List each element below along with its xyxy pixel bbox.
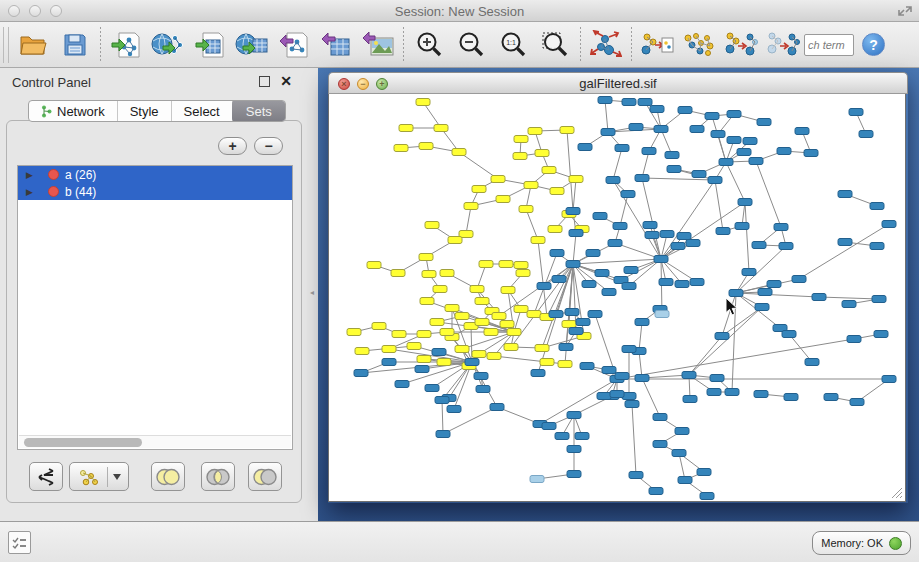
network-node[interactable] bbox=[758, 289, 772, 296]
network-node[interactable] bbox=[678, 107, 692, 114]
network-node[interactable] bbox=[540, 359, 554, 366]
network-node[interactable] bbox=[782, 331, 796, 338]
network-node[interactable] bbox=[677, 233, 691, 240]
tab-select[interactable]: Select bbox=[172, 101, 233, 121]
fullscreen-icon[interactable] bbox=[897, 4, 913, 18]
network-node[interactable] bbox=[757, 119, 771, 126]
network-node[interactable] bbox=[654, 256, 668, 263]
network-node[interactable] bbox=[755, 304, 769, 311]
network-node[interactable] bbox=[659, 279, 673, 286]
network-node[interactable] bbox=[621, 191, 635, 198]
difference-sets-button[interactable] bbox=[248, 462, 282, 491]
network-node[interactable] bbox=[559, 344, 573, 351]
network-node[interactable] bbox=[705, 113, 719, 120]
network-node[interactable] bbox=[440, 270, 454, 277]
network-node[interactable] bbox=[542, 423, 556, 430]
horizontal-scrollbar[interactable] bbox=[19, 435, 291, 448]
network-node[interactable] bbox=[606, 177, 620, 184]
network-node[interactable] bbox=[550, 250, 564, 257]
network-node[interactable] bbox=[667, 166, 681, 173]
network-node[interactable] bbox=[435, 397, 449, 404]
network-node[interactable] bbox=[622, 99, 636, 106]
network-node[interactable] bbox=[586, 250, 600, 257]
network-node[interactable] bbox=[638, 99, 652, 106]
save-session-button[interactable] bbox=[54, 25, 96, 65]
network-node[interactable] bbox=[432, 349, 446, 356]
export-image-button[interactable] bbox=[357, 25, 399, 65]
network-node[interactable] bbox=[516, 270, 530, 277]
network-node[interactable] bbox=[629, 472, 643, 479]
network-node[interactable] bbox=[655, 311, 669, 318]
network-node[interactable] bbox=[528, 128, 542, 135]
zoom-fit-button[interactable]: 1:1 bbox=[492, 25, 534, 65]
network-node[interactable] bbox=[440, 329, 454, 336]
network-node[interactable] bbox=[479, 261, 493, 268]
network-node[interactable] bbox=[569, 176, 583, 183]
network-node[interactable] bbox=[738, 199, 752, 206]
network-node[interactable] bbox=[484, 329, 498, 336]
network-node[interactable] bbox=[774, 224, 788, 231]
network-node[interactable] bbox=[501, 287, 515, 294]
network-node[interactable] bbox=[711, 131, 725, 138]
network-from-selection-button[interactable] bbox=[636, 25, 678, 65]
network-node[interactable] bbox=[514, 262, 528, 269]
network-node[interactable] bbox=[445, 305, 459, 312]
network-node[interactable] bbox=[530, 476, 544, 483]
network-node[interactable] bbox=[535, 150, 549, 157]
network-node[interactable] bbox=[465, 359, 479, 366]
network-node[interactable] bbox=[645, 232, 659, 239]
open-session-button[interactable] bbox=[12, 25, 54, 65]
network-node[interactable] bbox=[566, 261, 580, 268]
union-sets-button[interactable] bbox=[151, 462, 185, 491]
network-node[interactable] bbox=[504, 344, 518, 351]
network-node[interactable] bbox=[499, 261, 513, 268]
network-node[interactable] bbox=[496, 196, 510, 203]
network-node[interactable] bbox=[842, 301, 856, 308]
network-node[interactable] bbox=[475, 319, 489, 326]
select-first-neighbors-button[interactable] bbox=[720, 25, 762, 65]
network-node[interactable] bbox=[542, 167, 556, 174]
network-node[interactable] bbox=[716, 228, 730, 235]
network-node[interactable] bbox=[548, 226, 562, 233]
network-node[interactable] bbox=[552, 276, 566, 283]
network-node[interactable] bbox=[613, 223, 627, 230]
network-node[interactable] bbox=[582, 281, 596, 288]
close-panel-icon[interactable]: ✕ bbox=[280, 73, 292, 89]
network-node[interactable] bbox=[683, 396, 697, 403]
network-node[interactable] bbox=[622, 346, 636, 353]
network-node[interactable] bbox=[610, 391, 624, 398]
network-node[interactable] bbox=[531, 237, 545, 244]
network-node[interactable] bbox=[527, 311, 541, 318]
network-node[interactable] bbox=[354, 370, 368, 377]
network-node[interactable] bbox=[560, 127, 574, 134]
network-node[interactable] bbox=[475, 298, 489, 305]
network-node[interactable] bbox=[697, 469, 711, 476]
network-node[interactable] bbox=[635, 175, 649, 182]
import-table-from-file-button[interactable] bbox=[189, 25, 231, 65]
network-node[interactable] bbox=[608, 240, 622, 247]
network-node[interactable] bbox=[500, 321, 514, 328]
network-node[interactable] bbox=[700, 493, 714, 500]
network-node[interactable] bbox=[595, 270, 609, 277]
network-node[interactable] bbox=[653, 441, 667, 448]
zoom-selected-region-button[interactable] bbox=[534, 25, 576, 65]
hide-selected-button[interactable] bbox=[762, 25, 804, 65]
network-node[interactable] bbox=[752, 242, 766, 249]
network-node[interactable] bbox=[707, 389, 721, 396]
network-node[interactable] bbox=[859, 131, 873, 138]
network-node[interactable] bbox=[491, 176, 505, 183]
network-node[interactable] bbox=[653, 414, 667, 421]
network-node[interactable] bbox=[392, 331, 406, 338]
network-node[interactable] bbox=[567, 412, 581, 419]
zoom-out-button[interactable] bbox=[450, 25, 492, 65]
expand-arrow-icon[interactable]: ▶ bbox=[26, 187, 36, 197]
network-node[interactable] bbox=[474, 373, 488, 380]
tab-network[interactable]: Network bbox=[29, 101, 118, 121]
network-node[interactable] bbox=[549, 311, 563, 318]
import-table-from-web-button[interactable] bbox=[231, 25, 273, 65]
split-set-button[interactable] bbox=[29, 462, 63, 491]
resize-grip-icon[interactable] bbox=[890, 486, 903, 499]
scrollbar-thumb[interactable] bbox=[24, 438, 142, 447]
create-set-from-network-button[interactable] bbox=[69, 462, 129, 491]
network-node[interactable] bbox=[382, 346, 396, 353]
